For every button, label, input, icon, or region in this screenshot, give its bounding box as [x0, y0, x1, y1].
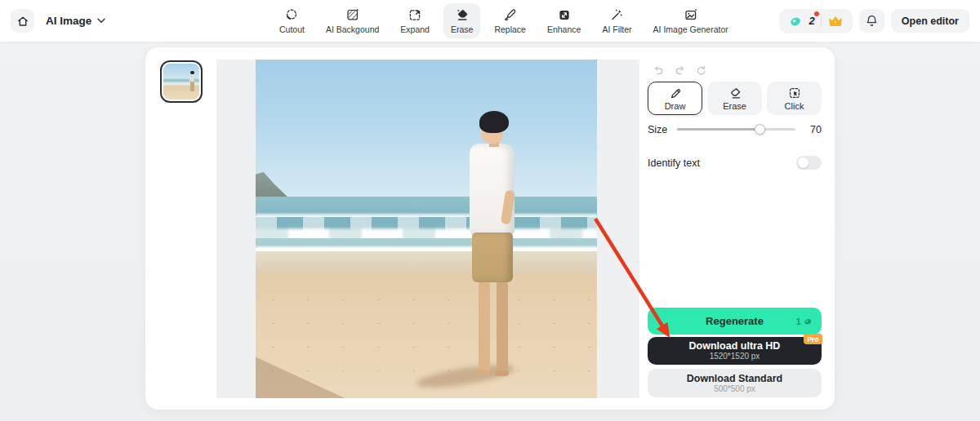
- photo-sky: [256, 60, 597, 200]
- mode-draw-button[interactable]: Draw: [648, 82, 702, 115]
- reset-icon[interactable]: [694, 64, 708, 78]
- erase-canvas-image[interactable]: [256, 60, 597, 398]
- mode-label: Draw: [665, 101, 686, 111]
- download-standard-button[interactable]: Download Standard 500*500 px: [648, 369, 822, 397]
- thumbnail-preview: [163, 64, 199, 100]
- replace-icon: [503, 7, 518, 22]
- tab-cutout[interactable]: Cutout: [272, 3, 312, 38]
- mode-erase-button[interactable]: Erase: [707, 82, 762, 115]
- topbar: AI Image Cutout: [0, 0, 980, 42]
- image-thumbnail[interactable]: [160, 60, 203, 103]
- bell-icon: [865, 14, 879, 28]
- identify-text-toggle[interactable]: [796, 156, 822, 170]
- editor-card: Draw Erase: [145, 47, 835, 410]
- tab-label: Cutout: [279, 24, 305, 34]
- credits-count: 2: [809, 15, 815, 27]
- history-controls: [652, 64, 708, 78]
- tab-expand[interactable]: Expand: [393, 3, 437, 38]
- undo-button[interactable]: [652, 64, 666, 78]
- identify-text-row: Identify text: [648, 156, 822, 170]
- canvas-area: [216, 60, 639, 398]
- redo-button[interactable]: [673, 64, 687, 78]
- size-slider[interactable]: [677, 124, 795, 135]
- tool-panel: Draw Erase: [648, 47, 822, 410]
- topbar-right: 2 Open edi: [779, 0, 969, 42]
- regenerate-button[interactable]: Regenerate 1: [648, 308, 822, 335]
- tab-label: Expand: [400, 24, 430, 34]
- size-slider-knob[interactable]: [755, 124, 765, 135]
- tab-label: AI Image Generator: [653, 24, 728, 34]
- mode-label: Erase: [723, 101, 746, 111]
- coin-icon: [788, 15, 804, 28]
- download-ultra-hd-button[interactable]: Download ultra HD 1520*1520 px Pro: [648, 337, 822, 365]
- notification-dot: [814, 11, 819, 16]
- open-editor-label: Open editor: [902, 16, 959, 27]
- regenerate-label: Regenerate: [706, 315, 764, 327]
- tab-ai-image-generator[interactable]: AI Image Generator: [646, 3, 736, 38]
- regenerate-cost: 1: [796, 308, 813, 335]
- app-menu[interactable]: AI Image: [46, 0, 105, 42]
- download-standard-resolution: 500*500 px: [714, 384, 755, 394]
- tab-label: Erase: [451, 24, 473, 34]
- tab-ai-filter[interactable]: AI Filter: [595, 3, 639, 38]
- tab-erase[interactable]: Erase: [443, 3, 480, 38]
- mode-label: Click: [785, 101, 804, 111]
- tab-ai-background[interactable]: AI Backgound: [318, 3, 386, 38]
- download-hd-label: Download ultra HD: [689, 340, 781, 352]
- feature-tabs: Cutout AI Backgound: [272, 0, 736, 42]
- credit-cost-icon: [803, 317, 813, 326]
- draw-icon: [669, 86, 682, 100]
- pro-badge: Pro: [804, 334, 822, 344]
- download-hd-resolution: 1520*1520 px: [710, 352, 760, 361]
- open-editor-button[interactable]: Open editor: [891, 9, 969, 33]
- mode-buttons: Draw Erase: [648, 82, 822, 115]
- tab-label: Enhance: [547, 24, 581, 34]
- tab-replace[interactable]: Replace: [487, 3, 533, 38]
- tab-label: AI Backgound: [326, 24, 379, 34]
- app-root: AI Image Cutout: [0, 0, 980, 421]
- size-row: Size 70: [648, 122, 822, 136]
- enhance-icon: [557, 7, 572, 22]
- mode-click-button[interactable]: Click: [767, 82, 822, 115]
- tab-enhance[interactable]: Enhance: [540, 3, 588, 38]
- divider: [821, 16, 822, 27]
- chevron-down-icon: [97, 18, 105, 24]
- expand-icon: [408, 7, 422, 22]
- identify-text-label: Identify text: [648, 157, 700, 169]
- download-standard-label: Download Standard: [687, 373, 782, 384]
- tab-label: Replace: [494, 24, 526, 34]
- cutout-icon: [284, 7, 299, 22]
- tab-label: AI Filter: [602, 24, 631, 34]
- app-menu-label: AI Image: [46, 15, 91, 27]
- ai-filter-icon: [609, 7, 624, 22]
- ai-image-generator-icon: [684, 7, 698, 22]
- ai-background-icon: [345, 7, 360, 22]
- erase-icon: [455, 7, 470, 22]
- credits-pill[interactable]: 2: [779, 9, 853, 33]
- size-value: 70: [804, 124, 822, 135]
- size-label: Size: [648, 124, 677, 135]
- click-cursor-icon: [788, 86, 801, 100]
- eraser-icon: [728, 86, 742, 100]
- notifications-button[interactable]: [859, 9, 884, 33]
- crown-icon: [827, 14, 844, 28]
- home-icon: [16, 15, 29, 28]
- home-button[interactable]: [11, 9, 34, 33]
